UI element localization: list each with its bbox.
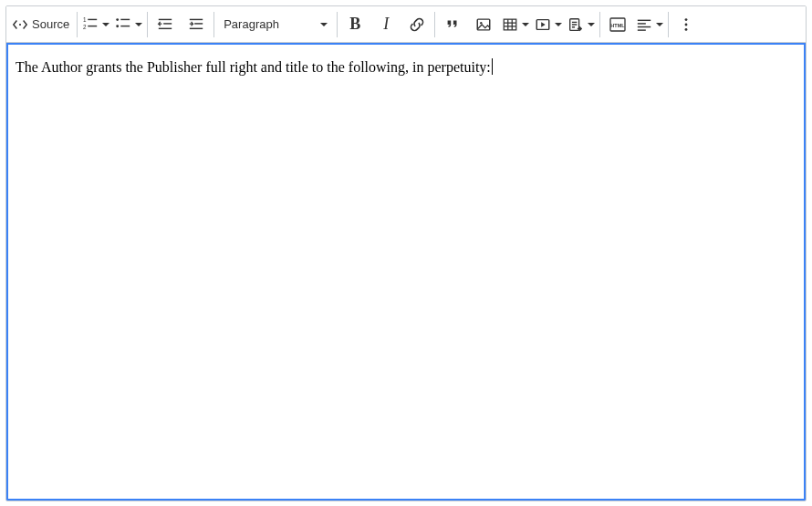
more-vertical-icon bbox=[678, 16, 694, 33]
separator bbox=[213, 12, 214, 37]
image-button[interactable] bbox=[468, 8, 499, 41]
svg-text:2: 2 bbox=[83, 23, 87, 29]
separator bbox=[434, 12, 435, 37]
source-button[interactable]: Source bbox=[8, 8, 75, 41]
bold-button[interactable]: B bbox=[339, 8, 370, 41]
media-dropdown[interactable] bbox=[532, 8, 565, 41]
svg-rect-4 bbox=[88, 25, 98, 26]
text-cursor bbox=[492, 58, 493, 75]
svg-point-0 bbox=[19, 23, 21, 25]
outdent-icon bbox=[157, 16, 173, 33]
svg-text:HTML: HTML bbox=[611, 23, 626, 28]
image-icon bbox=[475, 16, 492, 33]
chevron-down-icon bbox=[555, 23, 562, 26]
svg-rect-13 bbox=[194, 23, 203, 24]
rich-text-editor: Source 1 2 bbox=[5, 5, 807, 501]
blockquote-button[interactable] bbox=[437, 8, 468, 41]
svg-rect-2 bbox=[88, 18, 98, 19]
chevron-down-icon bbox=[656, 23, 663, 26]
svg-point-16 bbox=[480, 22, 482, 24]
svg-point-34 bbox=[685, 23, 688, 26]
insert-icon bbox=[567, 16, 584, 33]
separator bbox=[77, 12, 78, 37]
svg-point-5 bbox=[116, 18, 119, 21]
link-icon bbox=[409, 16, 425, 33]
svg-rect-29 bbox=[638, 19, 651, 20]
separator bbox=[668, 12, 669, 37]
bulleted-list-dropdown[interactable] bbox=[112, 8, 145, 41]
svg-rect-15 bbox=[477, 19, 490, 30]
chevron-down-icon bbox=[522, 23, 529, 26]
alignment-dropdown[interactable] bbox=[633, 8, 666, 41]
svg-rect-14 bbox=[190, 27, 203, 28]
source-label: Source bbox=[32, 17, 69, 31]
svg-point-35 bbox=[685, 27, 688, 30]
table-icon bbox=[502, 16, 518, 33]
align-left-icon bbox=[636, 16, 652, 33]
svg-rect-31 bbox=[638, 26, 651, 26]
svg-point-7 bbox=[116, 25, 119, 27]
chevron-down-icon bbox=[320, 23, 328, 26]
quote-icon bbox=[444, 16, 461, 33]
italic-button[interactable]: I bbox=[370, 8, 401, 41]
svg-rect-8 bbox=[121, 25, 130, 26]
svg-rect-11 bbox=[159, 27, 172, 28]
source-icon bbox=[12, 16, 28, 33]
svg-rect-32 bbox=[638, 29, 646, 30]
italic-icon: I bbox=[383, 15, 389, 34]
separator bbox=[147, 12, 148, 37]
editor-toolbar: Source 1 2 bbox=[6, 6, 806, 43]
svg-rect-9 bbox=[159, 18, 172, 19]
svg-text:1: 1 bbox=[83, 16, 87, 23]
more-button[interactable] bbox=[671, 8, 702, 41]
html-embed-icon: HTML bbox=[609, 15, 627, 34]
table-dropdown[interactable] bbox=[499, 8, 532, 41]
link-button[interactable] bbox=[401, 8, 432, 41]
bold-icon: B bbox=[349, 15, 360, 34]
numbered-list-icon: 1 2 bbox=[82, 16, 99, 33]
svg-point-33 bbox=[685, 18, 688, 21]
separator bbox=[599, 12, 600, 37]
svg-rect-6 bbox=[121, 18, 130, 19]
outdent-button[interactable] bbox=[150, 8, 181, 41]
svg-rect-17 bbox=[504, 19, 516, 30]
bulleted-list-icon bbox=[115, 16, 131, 33]
svg-rect-30 bbox=[638, 23, 646, 24]
numbered-list-dropdown[interactable]: 1 2 bbox=[79, 8, 112, 41]
heading-value: Paragraph bbox=[224, 17, 279, 31]
chevron-down-icon bbox=[588, 23, 595, 26]
media-icon bbox=[535, 16, 551, 33]
chevron-down-icon bbox=[135, 23, 142, 26]
svg-rect-12 bbox=[190, 18, 203, 19]
chevron-down-icon bbox=[102, 23, 109, 26]
insert-dropdown[interactable] bbox=[565, 8, 598, 41]
paragraph-text: The Author grants the Publisher full rig… bbox=[16, 59, 491, 75]
svg-rect-10 bbox=[163, 23, 172, 24]
html-embed-button[interactable]: HTML bbox=[602, 8, 633, 41]
indent-icon bbox=[188, 16, 204, 33]
editor-content[interactable]: The Author grants the Publisher full rig… bbox=[6, 43, 806, 501]
indent-button[interactable] bbox=[181, 8, 212, 41]
separator bbox=[337, 12, 338, 37]
heading-dropdown[interactable]: Paragraph bbox=[216, 8, 335, 41]
